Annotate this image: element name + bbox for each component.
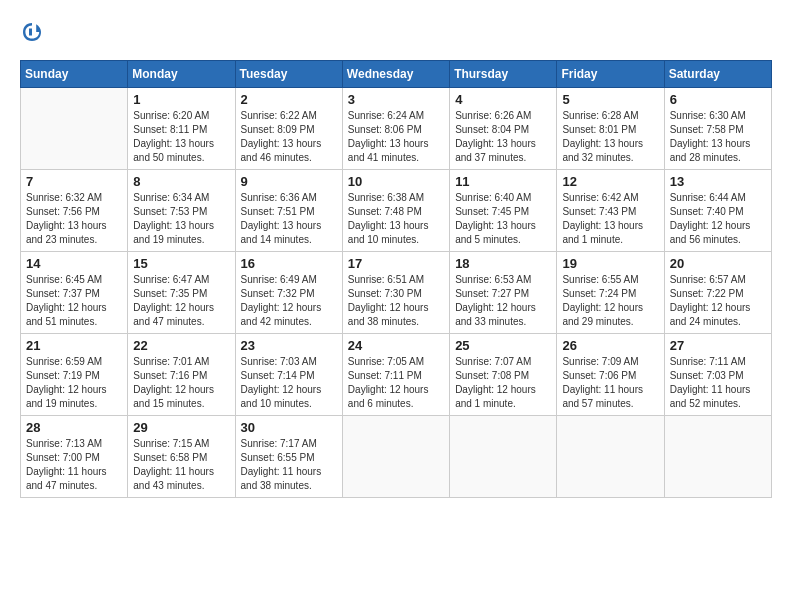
calendar-cell: 3Sunrise: 6:24 AMSunset: 8:06 PMDaylight… <box>342 88 449 170</box>
day-info: Sunrise: 6:59 AMSunset: 7:19 PMDaylight:… <box>26 355 122 411</box>
day-number: 24 <box>348 338 444 353</box>
weekday-header: Tuesday <box>235 61 342 88</box>
calendar-cell: 20Sunrise: 6:57 AMSunset: 7:22 PMDayligh… <box>664 252 771 334</box>
calendar-cell: 19Sunrise: 6:55 AMSunset: 7:24 PMDayligh… <box>557 252 664 334</box>
calendar-cell: 25Sunrise: 7:07 AMSunset: 7:08 PMDayligh… <box>450 334 557 416</box>
day-info: Sunrise: 7:09 AMSunset: 7:06 PMDaylight:… <box>562 355 658 411</box>
day-number: 6 <box>670 92 766 107</box>
day-info: Sunrise: 7:11 AMSunset: 7:03 PMDaylight:… <box>670 355 766 411</box>
day-info: Sunrise: 6:36 AMSunset: 7:51 PMDaylight:… <box>241 191 337 247</box>
day-number: 1 <box>133 92 229 107</box>
day-number: 5 <box>562 92 658 107</box>
calendar-cell <box>21 88 128 170</box>
day-number: 7 <box>26 174 122 189</box>
day-info: Sunrise: 6:55 AMSunset: 7:24 PMDaylight:… <box>562 273 658 329</box>
calendar-cell: 18Sunrise: 6:53 AMSunset: 7:27 PMDayligh… <box>450 252 557 334</box>
weekday-header: Monday <box>128 61 235 88</box>
day-number: 17 <box>348 256 444 271</box>
day-number: 22 <box>133 338 229 353</box>
day-number: 21 <box>26 338 122 353</box>
calendar: SundayMondayTuesdayWednesdayThursdayFrid… <box>20 60 772 498</box>
calendar-cell: 8Sunrise: 6:34 AMSunset: 7:53 PMDaylight… <box>128 170 235 252</box>
day-info: Sunrise: 6:49 AMSunset: 7:32 PMDaylight:… <box>241 273 337 329</box>
day-info: Sunrise: 6:53 AMSunset: 7:27 PMDaylight:… <box>455 273 551 329</box>
calendar-week-row: 7Sunrise: 6:32 AMSunset: 7:56 PMDaylight… <box>21 170 772 252</box>
day-number: 2 <box>241 92 337 107</box>
day-number: 10 <box>348 174 444 189</box>
day-number: 8 <box>133 174 229 189</box>
day-info: Sunrise: 7:07 AMSunset: 7:08 PMDaylight:… <box>455 355 551 411</box>
day-number: 18 <box>455 256 551 271</box>
calendar-cell: 22Sunrise: 7:01 AMSunset: 7:16 PMDayligh… <box>128 334 235 416</box>
day-number: 20 <box>670 256 766 271</box>
calendar-cell: 28Sunrise: 7:13 AMSunset: 7:00 PMDayligh… <box>21 416 128 498</box>
calendar-cell: 24Sunrise: 7:05 AMSunset: 7:11 PMDayligh… <box>342 334 449 416</box>
calendar-week-row: 21Sunrise: 6:59 AMSunset: 7:19 PMDayligh… <box>21 334 772 416</box>
calendar-cell: 5Sunrise: 6:28 AMSunset: 8:01 PMDaylight… <box>557 88 664 170</box>
weekday-header: Saturday <box>664 61 771 88</box>
day-info: Sunrise: 6:22 AMSunset: 8:09 PMDaylight:… <box>241 109 337 165</box>
day-number: 13 <box>670 174 766 189</box>
calendar-week-row: 28Sunrise: 7:13 AMSunset: 7:00 PMDayligh… <box>21 416 772 498</box>
day-info: Sunrise: 6:34 AMSunset: 7:53 PMDaylight:… <box>133 191 229 247</box>
calendar-cell: 11Sunrise: 6:40 AMSunset: 7:45 PMDayligh… <box>450 170 557 252</box>
day-number: 30 <box>241 420 337 435</box>
day-info: Sunrise: 6:42 AMSunset: 7:43 PMDaylight:… <box>562 191 658 247</box>
day-number: 4 <box>455 92 551 107</box>
calendar-cell <box>664 416 771 498</box>
calendar-cell: 23Sunrise: 7:03 AMSunset: 7:14 PMDayligh… <box>235 334 342 416</box>
day-number: 26 <box>562 338 658 353</box>
day-number: 25 <box>455 338 551 353</box>
calendar-week-row: 1Sunrise: 6:20 AMSunset: 8:11 PMDaylight… <box>21 88 772 170</box>
day-info: Sunrise: 7:05 AMSunset: 7:11 PMDaylight:… <box>348 355 444 411</box>
calendar-cell: 16Sunrise: 6:49 AMSunset: 7:32 PMDayligh… <box>235 252 342 334</box>
day-info: Sunrise: 7:15 AMSunset: 6:58 PMDaylight:… <box>133 437 229 493</box>
weekday-header: Wednesday <box>342 61 449 88</box>
calendar-cell: 29Sunrise: 7:15 AMSunset: 6:58 PMDayligh… <box>128 416 235 498</box>
calendar-cell <box>342 416 449 498</box>
day-info: Sunrise: 6:40 AMSunset: 7:45 PMDaylight:… <box>455 191 551 247</box>
day-info: Sunrise: 6:47 AMSunset: 7:35 PMDaylight:… <box>133 273 229 329</box>
day-number: 14 <box>26 256 122 271</box>
day-number: 19 <box>562 256 658 271</box>
calendar-cell: 4Sunrise: 6:26 AMSunset: 8:04 PMDaylight… <box>450 88 557 170</box>
calendar-cell: 9Sunrise: 6:36 AMSunset: 7:51 PMDaylight… <box>235 170 342 252</box>
calendar-cell: 6Sunrise: 6:30 AMSunset: 7:58 PMDaylight… <box>664 88 771 170</box>
day-number: 15 <box>133 256 229 271</box>
calendar-week-row: 14Sunrise: 6:45 AMSunset: 7:37 PMDayligh… <box>21 252 772 334</box>
calendar-cell: 10Sunrise: 6:38 AMSunset: 7:48 PMDayligh… <box>342 170 449 252</box>
calendar-header-row: SundayMondayTuesdayWednesdayThursdayFrid… <box>21 61 772 88</box>
calendar-cell: 13Sunrise: 6:44 AMSunset: 7:40 PMDayligh… <box>664 170 771 252</box>
day-number: 9 <box>241 174 337 189</box>
calendar-cell: 7Sunrise: 6:32 AMSunset: 7:56 PMDaylight… <box>21 170 128 252</box>
day-number: 3 <box>348 92 444 107</box>
page-header <box>20 20 772 44</box>
calendar-cell: 2Sunrise: 6:22 AMSunset: 8:09 PMDaylight… <box>235 88 342 170</box>
day-number: 16 <box>241 256 337 271</box>
day-info: Sunrise: 6:32 AMSunset: 7:56 PMDaylight:… <box>26 191 122 247</box>
calendar-cell: 14Sunrise: 6:45 AMSunset: 7:37 PMDayligh… <box>21 252 128 334</box>
day-info: Sunrise: 6:28 AMSunset: 8:01 PMDaylight:… <box>562 109 658 165</box>
day-info: Sunrise: 7:13 AMSunset: 7:00 PMDaylight:… <box>26 437 122 493</box>
day-number: 12 <box>562 174 658 189</box>
logo-icon <box>20 20 44 44</box>
day-info: Sunrise: 7:03 AMSunset: 7:14 PMDaylight:… <box>241 355 337 411</box>
weekday-header: Sunday <box>21 61 128 88</box>
calendar-cell: 12Sunrise: 6:42 AMSunset: 7:43 PMDayligh… <box>557 170 664 252</box>
calendar-cell <box>557 416 664 498</box>
weekday-header: Thursday <box>450 61 557 88</box>
weekday-header: Friday <box>557 61 664 88</box>
calendar-cell: 1Sunrise: 6:20 AMSunset: 8:11 PMDaylight… <box>128 88 235 170</box>
day-info: Sunrise: 7:17 AMSunset: 6:55 PMDaylight:… <box>241 437 337 493</box>
calendar-cell: 30Sunrise: 7:17 AMSunset: 6:55 PMDayligh… <box>235 416 342 498</box>
logo <box>20 20 48 44</box>
day-info: Sunrise: 6:30 AMSunset: 7:58 PMDaylight:… <box>670 109 766 165</box>
calendar-cell: 17Sunrise: 6:51 AMSunset: 7:30 PMDayligh… <box>342 252 449 334</box>
day-info: Sunrise: 6:44 AMSunset: 7:40 PMDaylight:… <box>670 191 766 247</box>
day-info: Sunrise: 6:45 AMSunset: 7:37 PMDaylight:… <box>26 273 122 329</box>
day-number: 11 <box>455 174 551 189</box>
calendar-cell <box>450 416 557 498</box>
calendar-cell: 26Sunrise: 7:09 AMSunset: 7:06 PMDayligh… <box>557 334 664 416</box>
day-number: 29 <box>133 420 229 435</box>
day-info: Sunrise: 6:57 AMSunset: 7:22 PMDaylight:… <box>670 273 766 329</box>
